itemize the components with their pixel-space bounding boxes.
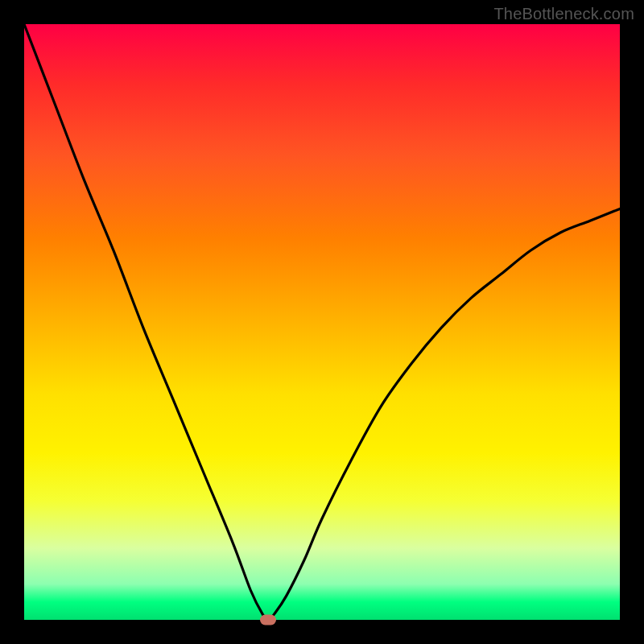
watermark-label: TheBottleneck.com	[493, 5, 634, 23]
optimum-marker	[260, 615, 276, 625]
plot-area	[24, 24, 620, 620]
curve-svg	[24, 24, 620, 620]
bottleneck-curve	[24, 24, 620, 620]
chart-frame: TheBottleneck.com	[0, 0, 644, 644]
